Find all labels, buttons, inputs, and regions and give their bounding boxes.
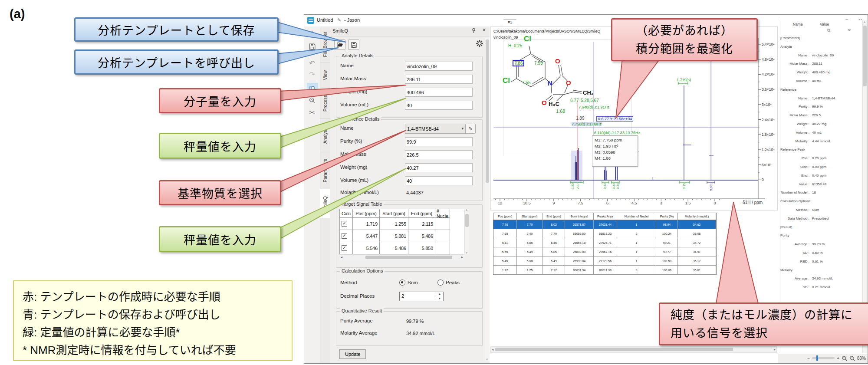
callout-select-signals: 純度（またはモル濃度）の計算に用いる信号を選択 bbox=[659, 303, 868, 345]
callout-optimize-integral: （必要があれば）積分範囲を最適化 bbox=[611, 18, 758, 61]
legend-line: 緑: 定量値の計算に必要な手順* bbox=[23, 324, 283, 342]
callout-enter-weight-reference: 秤量値を入力 bbox=[159, 226, 281, 252]
legend-note: 赤: テンプレートの作成時に必要な手順青: テンプレートの保存および呼び出し緑:… bbox=[13, 280, 293, 361]
callout-enter-molar-mass: 分子量を入力 bbox=[159, 88, 281, 113]
callout-save-template: 分析テンプレートとして保存 bbox=[74, 17, 279, 42]
callout-enter-weight-analyte: 秤量値を入力 bbox=[159, 133, 281, 159]
legend-line: 赤: テンプレートの作成時に必要な手順 bbox=[23, 288, 283, 306]
legend-line: * NMR測定時に情報を付与していれば不要 bbox=[23, 342, 283, 359]
legend-line: 青: テンプレートの保存および呼び出し bbox=[23, 306, 283, 324]
callout-select-reference: 基準物質を選択 bbox=[159, 180, 281, 205]
screenshot-canvas: (a) 分析テンプレートとして保存 分析テンプレートを呼び出し 分子量を入力 秤… bbox=[0, 0, 868, 365]
callout-load-template: 分析テンプレートを呼び出し bbox=[74, 49, 279, 75]
